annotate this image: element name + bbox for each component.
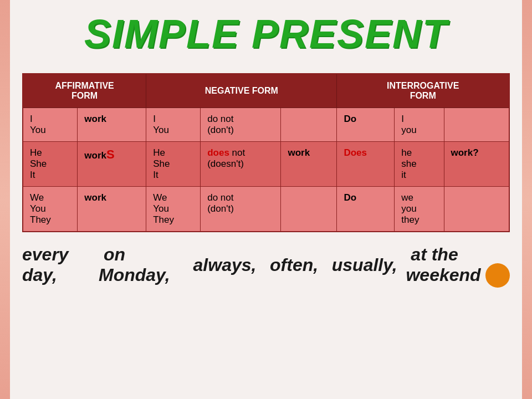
int-subject-1: Iyou <box>395 108 444 142</box>
phrase-3: always, <box>188 255 257 275</box>
int-do-2: Does <box>337 142 395 187</box>
neg-verb-2: work <box>281 142 337 187</box>
int-subject-3: weyouthey <box>395 187 444 232</box>
aff-subject-1: IYou <box>23 108 78 142</box>
neg-do-3: do not(don't) <box>201 187 281 232</box>
neg-do-2: does not(doesn't) <box>201 142 281 187</box>
table-row: HeSheIt workS HeSheIt does not(doesn't) … <box>23 142 509 187</box>
phrase-1: every day, <box>22 244 90 285</box>
grammar-table: AFFIRMATIVEFORM NEGATIVE FORM INTERROGAT… <box>22 73 510 232</box>
table-row: WeYouThey work WeYouThey do not(don't) D… <box>23 187 509 232</box>
neg-do-1: do not(don't) <box>201 108 281 142</box>
int-verb-3 <box>444 187 509 232</box>
int-subject-2: hesheit <box>395 142 444 187</box>
phrase-5: usually, <box>327 255 397 275</box>
header-interrogative: INTERROGATIVEFORM <box>337 74 509 108</box>
orange-circle-decoration <box>485 263 510 288</box>
aff-subject-3: WeYouThey <box>23 187 78 232</box>
table-row: IYou work IYou do not(don't) Do Iyou <box>23 108 509 142</box>
neg-subject-1: IYou <box>146 108 201 142</box>
main-content: SIMPLE PRESENT AFFIRMATIVEFORM NEGATIVE … <box>11 0 521 291</box>
neg-subject-2: HeSheIt <box>146 142 201 187</box>
aff-subject-2: HeSheIt <box>23 142 78 187</box>
int-do-3: Do <box>337 187 395 232</box>
header-negative: NEGATIVE FORM <box>146 74 337 108</box>
neg-verb-1 <box>281 108 337 142</box>
aff-verb-1: work <box>78 108 146 142</box>
int-do-1: Do <box>337 108 395 142</box>
neg-verb-3 <box>281 187 337 232</box>
aff-verb-2: workS <box>78 142 146 187</box>
bottom-phrases: every day, on Monday, always, often, usu… <box>22 244 510 285</box>
int-verb-1 <box>444 108 509 142</box>
phrase-4: often, <box>265 255 318 275</box>
phrase-2: on Monday, <box>99 244 180 285</box>
int-verb-2: work? <box>444 142 509 187</box>
page-title: SIMPLE PRESENT <box>84 11 448 57</box>
aff-verb-3: work <box>78 187 146 232</box>
neg-subject-3: WeYouThey <box>146 187 201 232</box>
header-affirmative: AFFIRMATIVEFORM <box>23 74 146 108</box>
